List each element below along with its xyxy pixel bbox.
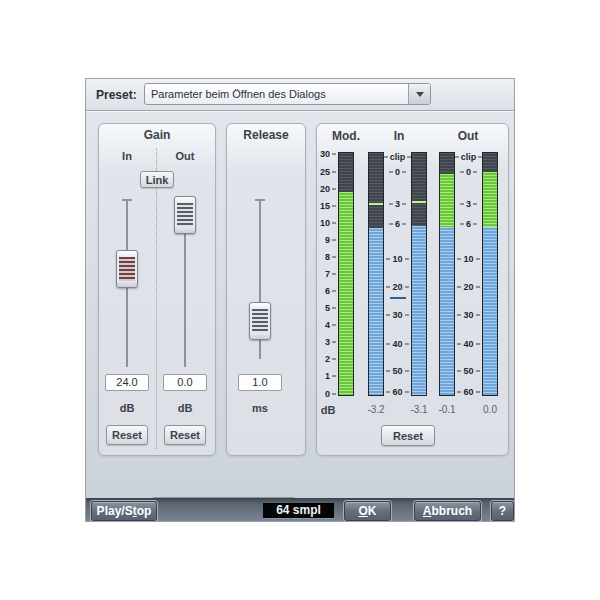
gain-out-value-field[interactable]: 0.0 — [163, 374, 207, 391]
meter-col-mod-label: Mod. — [321, 129, 371, 143]
in-left-readout: -3.2 — [361, 404, 391, 415]
release-slider[interactable] — [248, 200, 272, 359]
release-slider-handle[interactable] — [249, 302, 271, 340]
footer-bar: Play/Stop 64 smpl OK Abbruch ? — [86, 498, 514, 522]
gain-in-label: In — [107, 150, 147, 162]
meters-panel: Mod. In Out 30252015109876543210 clip036… — [316, 123, 509, 456]
gain-out-label: Out — [165, 150, 205, 162]
release-unit: ms — [240, 402, 280, 414]
chevron-down-icon — [416, 92, 424, 101]
meter-col-in-label: In — [374, 129, 424, 143]
meter-col-out-label: Out — [443, 129, 493, 143]
play-stop-button[interactable]: Play/Stop — [91, 501, 157, 521]
meter-bar-in-right — [411, 152, 427, 396]
gain-out-slider-handle[interactable] — [174, 196, 196, 234]
out-right-readout: 0.0 — [475, 404, 505, 415]
preset-dropdown[interactable]: Parameter beim Öffnen des Dialogs — [144, 83, 431, 105]
ok-button[interactable]: OK — [344, 501, 391, 521]
out-db-scale: clip036102030405060 — [455, 152, 482, 396]
gain-in-value-field[interactable]: 24.0 — [105, 374, 149, 391]
meter-bar-out-right — [482, 152, 498, 396]
main-area: Gain In Out Link 24.0 0.0 dB dB Reset — [86, 111, 514, 498]
effect-dialog: Preset: Parameter beim Öffnen des Dialog… — [85, 78, 515, 522]
link-button[interactable]: Link — [140, 171, 174, 188]
cancel-button[interactable]: Abbruch — [414, 501, 481, 521]
meter-bar-mod — [338, 152, 354, 396]
buffer-size-display: 64 smpl — [263, 503, 334, 518]
preset-row: Preset: Parameter beim Öffnen des Dialog… — [86, 79, 514, 111]
gain-out-reset-button[interactable]: Reset — [164, 425, 206, 445]
gain-in-unit: dB — [107, 402, 147, 414]
gain-out-slider[interactable] — [173, 200, 197, 367]
out-left-readout: -0.1 — [432, 404, 462, 415]
gain-out-unit: dB — [165, 402, 205, 414]
meter-bar-out-left — [439, 152, 455, 396]
gain-title: Gain — [99, 128, 215, 142]
gain-in-reset-button[interactable]: Reset — [106, 425, 148, 445]
in-right-readout: -3.1 — [404, 404, 434, 415]
meter-bar-in-left — [368, 152, 384, 396]
gain-divider — [156, 148, 157, 449]
release-panel: Release 1.0 ms — [226, 123, 306, 456]
meters-reset-button[interactable]: Reset — [381, 425, 435, 446]
preset-dropdown-button[interactable] — [408, 84, 430, 104]
meter-unit-label: dB — [317, 404, 339, 416]
preset-value[interactable]: Parameter beim Öffnen des Dialogs — [145, 84, 408, 104]
in-db-scale: clip036102030405060 — [384, 152, 411, 396]
release-value-field[interactable]: 1.0 — [238, 374, 282, 391]
release-title: Release — [227, 128, 305, 142]
gain-in-slider[interactable] — [115, 200, 139, 367]
gain-in-slider-handle[interactable] — [116, 250, 138, 288]
gain-panel: Gain In Out Link 24.0 0.0 dB dB Reset — [98, 123, 216, 456]
mod-scale: 30252015109876543210 — [317, 152, 336, 396]
help-button[interactable]: ? — [491, 501, 514, 521]
preset-label: Preset: — [96, 88, 137, 102]
